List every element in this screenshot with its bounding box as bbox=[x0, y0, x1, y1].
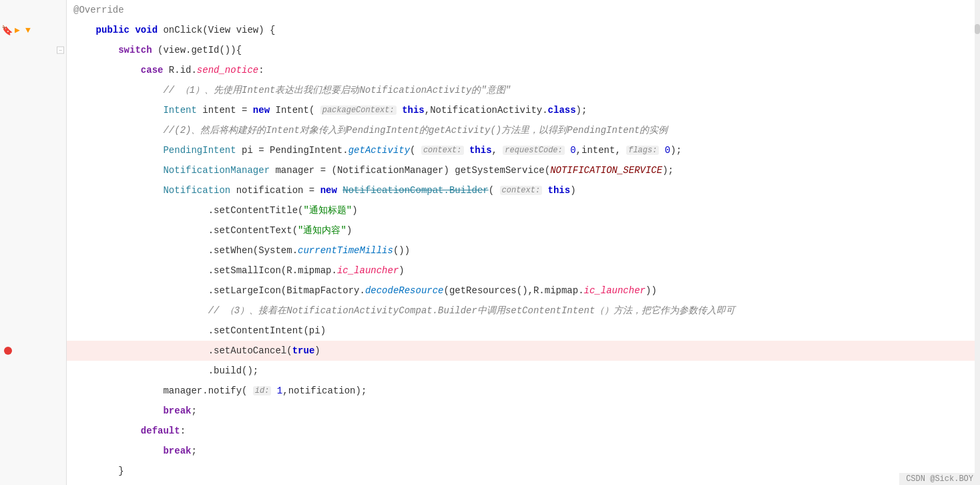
code-line-0: @Override bbox=[67, 0, 980, 20]
token-send-notice: send_notice bbox=[197, 65, 258, 75]
token-one: 1 bbox=[277, 385, 282, 396]
token-sac: .setAutoCancel( bbox=[208, 345, 292, 356]
gutter-line-15 bbox=[0, 301, 66, 321]
token-ncb: NotificationCompat.Builder bbox=[342, 185, 488, 196]
code-line-18: .build(); bbox=[67, 361, 980, 381]
token-ctm: currentTimeMillis bbox=[298, 245, 393, 256]
token-sci: .setContentIntent(pi) bbox=[208, 325, 326, 336]
token-onclick: onClick(View view) { bbox=[158, 25, 275, 35]
token-sp bbox=[130, 25, 135, 35]
token-new2: new bbox=[320, 185, 337, 196]
token-semi2: ); bbox=[670, 145, 682, 156]
token-indent4 bbox=[73, 85, 163, 96]
token-indent3 bbox=[73, 65, 141, 75]
code-line-2: switch (view.getId()){ bbox=[67, 40, 980, 60]
code-line-5: Intent intent = new Intent( packageConte… bbox=[67, 100, 980, 120]
token-flags-hint: flags: bbox=[626, 146, 659, 155]
token-indent15 bbox=[73, 305, 208, 316]
token-public: public bbox=[96, 25, 130, 35]
code-line-14: .setLargeIcon(BitmapFactory. decodeResou… bbox=[67, 281, 980, 301]
code-line-1: public void onClick(View view) { bbox=[67, 20, 980, 40]
fold-child-icon: − bbox=[57, 47, 64, 54]
token-build: .build(); bbox=[208, 365, 259, 376]
breakpoint-icon bbox=[4, 347, 12, 355]
code-line-3: case R.id. send_notice : bbox=[67, 60, 980, 80]
code-line-17: .setAutoCancel( true ) bbox=[67, 341, 980, 361]
gutter-line-11 bbox=[0, 220, 66, 240]
token-zero1: 0 bbox=[570, 145, 575, 156]
gutter-line-18 bbox=[0, 361, 66, 381]
token-this3: this bbox=[548, 185, 571, 196]
gutter-line-0 bbox=[0, 0, 66, 20]
token-pkg-hint: packageContext: bbox=[320, 106, 397, 115]
line-gutter: 🔖 ▶ ▼ − bbox=[0, 0, 67, 485]
token-sac-close: ) bbox=[314, 345, 320, 356]
gutter-line-3 bbox=[0, 60, 66, 80]
scrollbar-vertical[interactable] bbox=[975, 0, 980, 485]
token-override: @Override bbox=[73, 5, 124, 15]
token-indent6 bbox=[73, 125, 163, 136]
token-sctx: .setContentText( bbox=[208, 225, 298, 236]
token-sw: .setWhen(System. bbox=[208, 245, 298, 256]
gutter-line-13 bbox=[0, 261, 66, 281]
token-notif-type: Notification bbox=[163, 185, 230, 196]
arrow-right-icon: ▶ bbox=[15, 25, 20, 35]
token-indent16 bbox=[73, 325, 208, 336]
scrollbar-thumb[interactable] bbox=[975, 24, 980, 34]
token-ga-paren: ( bbox=[410, 145, 421, 156]
gutter-line-6 bbox=[0, 120, 66, 140]
token-this1: this bbox=[402, 105, 425, 116]
token-ctx-hint: context: bbox=[421, 146, 464, 155]
code-line-9: Notification notification = new Notifica… bbox=[67, 180, 980, 200]
code-line-8: NotificationManager manager = (Notificat… bbox=[67, 160, 980, 180]
gutter-line-7 bbox=[0, 140, 66, 160]
code-line-13: .setSmallIcon(R.mipmap. ic_launcher ) bbox=[67, 261, 980, 281]
token-indent19 bbox=[73, 385, 163, 396]
code-line-23: } bbox=[67, 461, 980, 481]
token-break2: break bbox=[163, 446, 191, 456]
token-indent18 bbox=[73, 365, 208, 376]
gutter-line-21 bbox=[0, 421, 66, 441]
code-line-20: break ; bbox=[67, 401, 980, 421]
token-notif-eq: notification = bbox=[230, 185, 320, 196]
token-pi-eq: pi = PendingIntent. bbox=[236, 145, 348, 156]
token-indent21 bbox=[73, 426, 141, 436]
token-mn-close: ,notification); bbox=[282, 385, 366, 396]
bottom-bar-text: CSDN @Sick.BOY bbox=[906, 474, 973, 484]
gutter-line-22 bbox=[0, 441, 66, 461]
token-sctx-close: ) bbox=[346, 225, 352, 236]
bottom-bar: CSDN @Sick.BOY bbox=[899, 473, 980, 485]
token-default-colon: : bbox=[180, 426, 186, 436]
token-sli-mid: (getResources(),R.mipmap. bbox=[444, 285, 584, 296]
token-sp4 bbox=[565, 145, 570, 156]
token-id-hint: id: bbox=[253, 386, 272, 395]
code-line-21: default : bbox=[67, 421, 980, 441]
token-colon: : bbox=[258, 65, 264, 75]
gutter-line-5 bbox=[0, 100, 66, 120]
token-default: default bbox=[141, 426, 180, 436]
token-true: true bbox=[292, 345, 315, 356]
token-intent-type: Intent bbox=[163, 105, 196, 116]
token-switch: switch bbox=[118, 45, 152, 55]
code-line-12: .setWhen(System. currentTimeMillis ()) bbox=[67, 240, 980, 261]
token-pending-type: PendingIntent bbox=[163, 145, 236, 156]
token-semi3: ); bbox=[662, 165, 674, 176]
token-sp6 bbox=[337, 185, 342, 196]
token-ic-launcher2: ic_launcher bbox=[584, 285, 646, 296]
token-indent17 bbox=[73, 345, 208, 356]
token-case: case bbox=[141, 65, 164, 75]
token-comment1: // （1）、先使用Intent表达出我们想要启动NotificationAct… bbox=[163, 84, 511, 96]
token-sp3 bbox=[464, 145, 469, 156]
token-new1: new bbox=[253, 105, 270, 116]
gutter-line-4 bbox=[0, 80, 66, 100]
token-ctx2-hint: context: bbox=[500, 186, 543, 195]
gutter-line-17 bbox=[0, 341, 66, 361]
token-indent5 bbox=[73, 105, 163, 116]
gutter-line-12 bbox=[0, 240, 66, 261]
token-indent12 bbox=[73, 245, 208, 256]
token-close-brace: } bbox=[73, 466, 124, 476]
code-line-22: break ; bbox=[67, 441, 980, 461]
code-line-7: PendingIntent pi = PendingIntent. getAct… bbox=[67, 140, 980, 160]
token-str-text: "通知内容" bbox=[298, 224, 346, 236]
token-indent14 bbox=[73, 285, 208, 296]
